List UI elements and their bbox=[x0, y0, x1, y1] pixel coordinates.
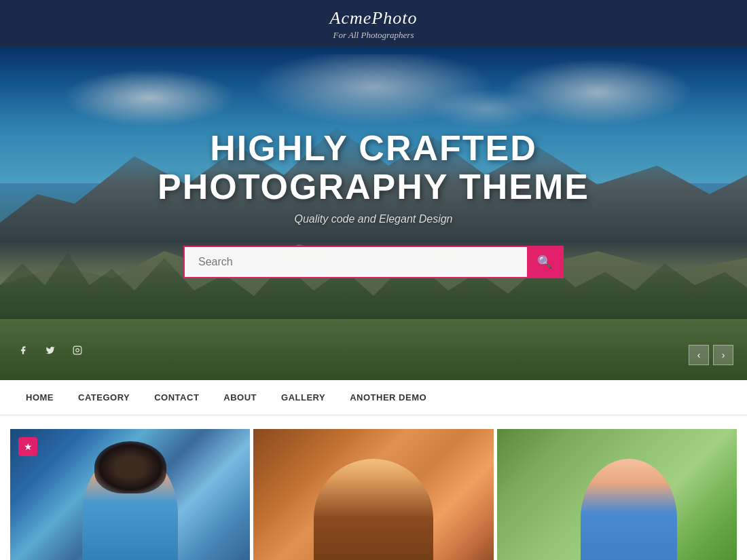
nav-another-demo[interactable]: ANOTHER DEMO bbox=[338, 380, 439, 415]
slider-arrows: ‹ › bbox=[689, 345, 733, 365]
svg-rect-0 bbox=[73, 346, 81, 354]
site-header: AcmePhoto For All Photographers bbox=[0, 0, 747, 48]
search-input[interactable] bbox=[185, 247, 527, 277]
gallery-item-2[interactable] bbox=[253, 429, 493, 560]
twitter-icon[interactable] bbox=[41, 341, 60, 360]
search-bar: 🔍 bbox=[183, 246, 564, 278]
nav-category[interactable]: CATEGORY bbox=[66, 380, 142, 415]
facebook-icon[interactable] bbox=[14, 341, 33, 360]
search-icon: 🔍 bbox=[537, 255, 552, 269]
star-icon: ★ bbox=[24, 441, 33, 452]
nav-contact[interactable]: CONTACT bbox=[142, 380, 211, 415]
gallery-item-1[interactable]: ★ bbox=[10, 429, 250, 560]
nav-gallery[interactable]: GALLERY bbox=[269, 380, 338, 415]
nav-home[interactable]: HOME bbox=[14, 380, 66, 415]
instagram-icon[interactable] bbox=[68, 341, 87, 360]
hero-subtitle: Quality code and Elegant Design bbox=[294, 213, 452, 225]
next-icon: › bbox=[722, 350, 725, 360]
nav-bar: HOME CATEGORY CONTACT ABOUT GALLERY ANOT… bbox=[0, 380, 747, 415]
site-title: AcmePhoto bbox=[0, 8, 747, 29]
social-icons bbox=[14, 341, 87, 360]
nav-about[interactable]: ABOUT bbox=[211, 380, 269, 415]
gallery-item-3[interactable] bbox=[497, 429, 737, 560]
hero-content: HIGHLY CRAFTED PHOTOGRAPHY THEME Quality… bbox=[0, 48, 747, 380]
star-badge-1: ★ bbox=[18, 437, 37, 456]
prev-icon: ‹ bbox=[697, 350, 701, 360]
next-arrow[interactable]: › bbox=[713, 345, 733, 365]
hero-section: HIGHLY CRAFTED PHOTOGRAPHY THEME Quality… bbox=[0, 48, 747, 380]
gallery-section: ★ bbox=[0, 415, 747, 560]
search-button[interactable]: 🔍 bbox=[527, 247, 562, 277]
prev-arrow[interactable]: ‹ bbox=[689, 345, 709, 365]
hero-title: HIGHLY CRAFTED PHOTOGRAPHY THEME bbox=[68, 129, 679, 206]
site-tagline: For All Photographers bbox=[0, 30, 747, 41]
